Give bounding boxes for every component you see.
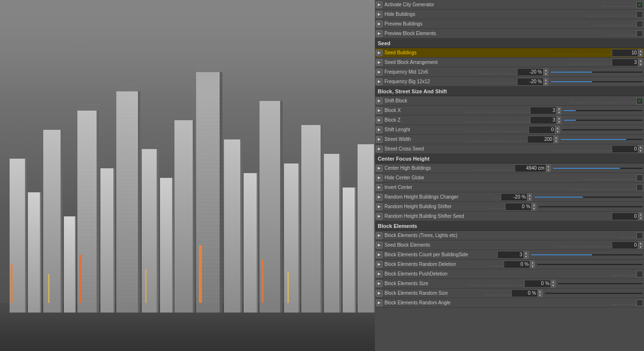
seed-buildings-up[interactable]: ▲ bbox=[638, 49, 643, 53]
frequency-big-input[interactable] bbox=[517, 78, 544, 86]
block-z-up[interactable]: ▲ bbox=[557, 116, 561, 120]
shift-lenght-input[interactable] bbox=[529, 126, 555, 134]
seed-buildings-down[interactable]: ▼ bbox=[638, 53, 643, 57]
be-random-deletion-input[interactable] bbox=[504, 261, 530, 268]
rh-shifter-up[interactable]: ▲ bbox=[532, 203, 536, 207]
block-x-slider[interactable] bbox=[563, 108, 643, 113]
rh-shifter-seed-down[interactable]: ▼ bbox=[638, 216, 643, 220]
be-size-input[interactable] bbox=[524, 280, 551, 288]
info-icon-seed-be[interactable]: ▶ bbox=[376, 242, 383, 249]
street-cross-up[interactable]: ▲ bbox=[638, 145, 643, 149]
block-z-input[interactable] bbox=[530, 116, 557, 124]
be-count-input[interactable] bbox=[497, 251, 524, 259]
seed-block-arr-down[interactable]: ▼ bbox=[638, 63, 643, 66]
seed-buildings-spinner[interactable]: ▲ ▼ bbox=[638, 49, 643, 57]
rh-shifter-down[interactable]: ▼ bbox=[532, 207, 536, 211]
frequency-big-spinner[interactable]: ▲ ▼ bbox=[544, 78, 548, 86]
info-icon-freq-mid[interactable]: ▶ bbox=[376, 69, 383, 75]
frequency-mid-spinner[interactable]: ▲ ▼ bbox=[544, 68, 548, 76]
preview-buildings-checkbox[interactable] bbox=[636, 21, 643, 27]
random-height-changer-input[interactable] bbox=[501, 193, 527, 201]
street-cross-seed-spinner[interactable]: ▲ ▼ bbox=[638, 145, 643, 153]
info-icon-seed-bldg[interactable]: ▶ bbox=[376, 50, 383, 56]
be-size-spinner[interactable]: ▲ ▼ bbox=[551, 280, 556, 288]
seed-buildings-input[interactable] bbox=[612, 49, 638, 57]
info-icon-hide[interactable]: ▶ bbox=[376, 11, 383, 18]
info-icon-preview-bldg[interactable]: ▶ bbox=[376, 21, 383, 27]
be-rsize-up[interactable]: ▲ bbox=[538, 289, 543, 293]
be-count-spinner[interactable]: ▲ ▼ bbox=[524, 251, 529, 259]
block-z-down[interactable]: ▼ bbox=[557, 120, 561, 124]
be-size-slider[interactable] bbox=[557, 281, 643, 287]
seed-block-elements-spinner[interactable]: ▲ ▼ bbox=[638, 241, 643, 249]
seed-block-arrangement-spinner[interactable]: ▲ ▼ bbox=[638, 59, 643, 66]
preview-block-elements-checkbox[interactable] bbox=[636, 30, 643, 37]
be-size-down[interactable]: ▼ bbox=[551, 284, 556, 288]
center-high-buildings-slider[interactable] bbox=[553, 165, 643, 171]
be-push-deletion-checkbox[interactable] bbox=[636, 271, 643, 277]
be-count-down[interactable]: ▼ bbox=[524, 255, 529, 259]
block-elements-trees-checkbox[interactable] bbox=[636, 232, 643, 239]
activate-city-generator-checkbox[interactable]: ✓ bbox=[636, 1, 643, 8]
info-icon-block-z[interactable]: ▶ bbox=[376, 117, 383, 124]
street-cross-down[interactable]: ▼ bbox=[638, 149, 643, 153]
info-icon-block-x[interactable]: ▶ bbox=[376, 107, 383, 114]
shift-block-checkbox[interactable]: ✓ bbox=[636, 98, 643, 104]
random-height-changer-spinner[interactable]: ▲ ▼ bbox=[527, 193, 532, 201]
block-x-spinner[interactable]: ▲ ▼ bbox=[557, 107, 561, 114]
street-width-spinner[interactable]: ▲ ▼ bbox=[554, 136, 558, 143]
hide-buildings-checkbox[interactable] bbox=[636, 11, 643, 18]
info-icon-invert-center[interactable]: ▶ bbox=[376, 184, 383, 191]
be-random-size-input[interactable] bbox=[511, 289, 538, 297]
frequency-big-slider[interactable] bbox=[550, 79, 643, 85]
be-random-deletion-spinner[interactable]: ▲ ▼ bbox=[530, 261, 535, 268]
shift-lenght-slider[interactable] bbox=[562, 127, 643, 133]
block-x-down[interactable]: ▼ bbox=[557, 111, 561, 114]
be-random-size-slider[interactable] bbox=[545, 290, 643, 296]
street-width-up[interactable]: ▲ bbox=[554, 136, 558, 139]
be-random-size-spinner[interactable]: ▲ ▼ bbox=[538, 289, 543, 297]
info-icon-freq-big[interactable]: ▶ bbox=[376, 78, 383, 85]
info-icon-street-width[interactable]: ▶ bbox=[376, 136, 383, 143]
info-icon-street-cross[interactable]: ▶ bbox=[376, 146, 383, 152]
freq-mid-up[interactable]: ▲ bbox=[544, 68, 548, 72]
freq-big-up[interactable]: ▲ bbox=[544, 78, 548, 82]
random-height-shifter-input[interactable] bbox=[505, 203, 532, 211]
info-icon-be-random-size[interactable]: ▶ bbox=[376, 290, 383, 297]
info-icon-preview-block[interactable]: ▶ bbox=[376, 30, 383, 37]
rh-changer-down[interactable]: ▼ bbox=[527, 197, 532, 201]
info-icon-hide-center[interactable]: ▶ bbox=[376, 175, 383, 181]
block-x-up[interactable]: ▲ bbox=[557, 107, 561, 111]
freq-big-down[interactable]: ▼ bbox=[544, 82, 548, 86]
info-icon-rh-shifter[interactable]: ▶ bbox=[376, 203, 383, 210]
seed-block-arrangement-input[interactable] bbox=[612, 59, 638, 66]
random-height-shifter-seed-spinner[interactable]: ▲ ▼ bbox=[638, 213, 643, 220]
street-width-down[interactable]: ▼ bbox=[554, 139, 558, 143]
random-height-changer-slider[interactable] bbox=[534, 194, 643, 200]
info-icon-center-high[interactable]: ▶ bbox=[376, 165, 383, 172]
random-height-shifter-slider[interactable] bbox=[538, 204, 643, 210]
info-icon-be-count[interactable]: ▶ bbox=[376, 251, 383, 258]
shift-lenght-spinner[interactable]: ▲ ▼ bbox=[555, 126, 560, 134]
street-width-input[interactable] bbox=[527, 136, 554, 143]
frequency-mid-input[interactable] bbox=[517, 68, 544, 76]
block-z-spinner[interactable]: ▲ ▼ bbox=[557, 116, 561, 124]
rh-shifter-seed-up[interactable]: ▲ bbox=[638, 213, 643, 216]
be-random-angle-checkbox[interactable] bbox=[636, 300, 643, 306]
center-high-buildings-spinner[interactable]: ▲ ▼ bbox=[546, 164, 551, 172]
info-icon-seed-block[interactable]: ▶ bbox=[376, 59, 383, 66]
shift-lenght-down[interactable]: ▼ bbox=[555, 130, 560, 134]
frequency-mid-slider[interactable] bbox=[550, 69, 643, 75]
seed-block-elements-input[interactable] bbox=[612, 241, 638, 249]
hide-center-globe-checkbox[interactable] bbox=[636, 175, 643, 181]
block-z-slider[interactable] bbox=[563, 117, 643, 123]
info-icon-rh-shifter-seed[interactable]: ▶ bbox=[376, 213, 383, 220]
be-rsize-down[interactable]: ▼ bbox=[538, 293, 543, 297]
be-random-deletion-slider[interactable] bbox=[537, 262, 643, 267]
street-width-slider[interactable] bbox=[560, 137, 643, 142]
center-high-down[interactable]: ▼ bbox=[546, 168, 551, 172]
be-count-slider[interactable] bbox=[531, 252, 644, 258]
be-size-up[interactable]: ▲ bbox=[551, 280, 556, 284]
info-icon-be-trees[interactable]: ▶ bbox=[376, 232, 383, 239]
info-icon-be-random-angle[interactable]: ▶ bbox=[376, 300, 383, 306]
